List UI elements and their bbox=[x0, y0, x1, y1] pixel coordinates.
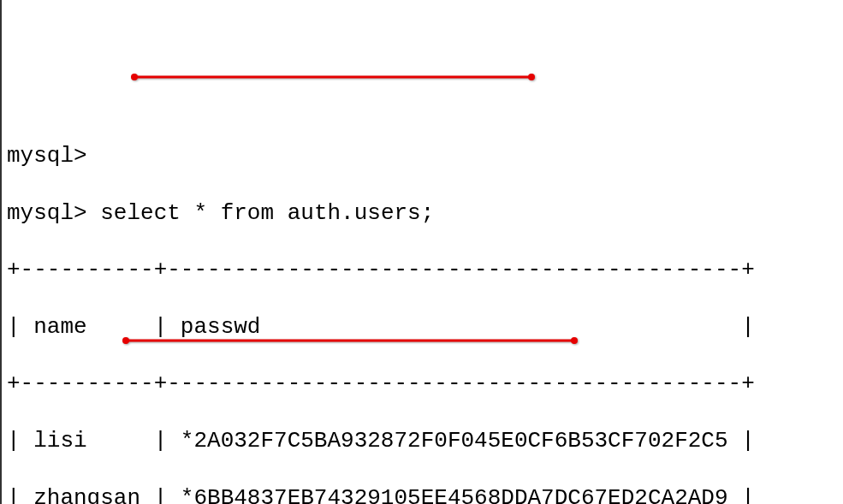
query1-command: select * from auth.users; bbox=[100, 200, 434, 226]
svg-point-1 bbox=[131, 74, 138, 80]
prompt: mysql> bbox=[7, 200, 87, 226]
svg-point-2 bbox=[528, 74, 535, 80]
terminal-output: mysql> mysql> select * from auth.users; … bbox=[2, 114, 843, 504]
query1-line: mysql> select * from auth.users; bbox=[7, 199, 843, 228]
annotation-underline-1 bbox=[103, 36, 507, 39]
table1-row2: | zhangsan | *6BB4837EB74329105EE4568DDA… bbox=[7, 484, 843, 504]
table1-row1: | lisi | *2A032F7C5BA932872F0F045E0CF6B5… bbox=[7, 427, 843, 455]
table1-header: | name | passwd | bbox=[7, 313, 843, 341]
prompt-line-cut: mysql> bbox=[7, 142, 843, 170]
table1-border-top: +----------+----------------------------… bbox=[7, 256, 843, 284]
table1-border-mid: +----------+----------------------------… bbox=[7, 370, 843, 398]
